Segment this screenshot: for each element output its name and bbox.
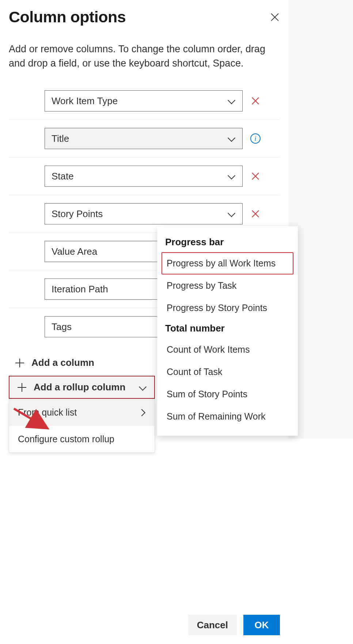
quick-list-item-count-work-items[interactable]: Count of Work Items xyxy=(162,338,293,361)
rollup-submenu-from-quick-list[interactable]: From quick list xyxy=(9,399,155,426)
column-row: State xyxy=(9,158,280,195)
info-icon[interactable]: i xyxy=(250,133,261,144)
chevron-down-icon xyxy=(227,134,236,143)
column-dropdown-title[interactable]: Title xyxy=(45,128,243,149)
chevron-down-icon xyxy=(227,172,236,181)
column-row: Title i xyxy=(9,120,280,158)
panel-title: Column options xyxy=(9,8,126,26)
dropdown-label: Title xyxy=(52,133,227,144)
remove-column-icon[interactable] xyxy=(251,209,260,219)
add-column-label: Add a column xyxy=(31,357,94,368)
cancel-button[interactable]: Cancel xyxy=(188,615,237,635)
column-row: Work Item Type xyxy=(9,82,280,120)
quick-list-item-progress-task[interactable]: Progress by Task xyxy=(162,274,293,297)
rollup-submenu-configure-custom[interactable]: Configure custom rollup xyxy=(9,426,155,452)
plus-icon xyxy=(15,358,25,368)
column-dropdown-story-points[interactable]: Story Points xyxy=(45,203,243,224)
remove-column-icon[interactable] xyxy=(251,96,260,106)
chevron-down-icon xyxy=(138,383,147,392)
quick-list-item-count-task[interactable]: Count of Task xyxy=(162,361,293,383)
add-rollup-label: Add a rollup column xyxy=(34,382,125,393)
quick-list-item-progress-all-work-items[interactable]: Progress by all Work Items xyxy=(162,252,293,274)
panel-footer: Cancel OK xyxy=(9,607,280,635)
panel-header: Column options xyxy=(9,8,280,26)
dropdown-label: Work Item Type xyxy=(52,95,227,107)
quick-list-flyout: Progress bar Progress by all Work Items … xyxy=(157,226,298,436)
rollup-submenu: From quick list Configure custom rollup xyxy=(9,399,155,453)
remove-column-icon[interactable] xyxy=(251,171,260,181)
panel-description: Add or remove columns. To change the col… xyxy=(9,42,280,71)
flyout-group-header: Total number xyxy=(162,319,293,338)
submenu-label: Configure custom rollup xyxy=(18,434,114,444)
plus-icon xyxy=(17,382,27,393)
quick-list-item-sum-remaining-work[interactable]: Sum of Remaining Work xyxy=(162,405,293,428)
column-dropdown-state[interactable]: State xyxy=(45,166,243,187)
submenu-label: From quick list xyxy=(18,407,77,418)
dropdown-label: Story Points xyxy=(52,208,227,220)
quick-list-item-progress-story-points[interactable]: Progress by Story Points xyxy=(162,297,293,319)
flyout-group-header: Progress bar xyxy=(162,233,293,252)
add-rollup-column-button[interactable]: Add a rollup column xyxy=(9,376,155,399)
ok-button[interactable]: OK xyxy=(243,615,280,635)
column-dropdown-work-item-type[interactable]: Work Item Type xyxy=(45,90,243,111)
chevron-down-icon xyxy=(227,96,236,105)
chevron-right-icon xyxy=(139,409,146,416)
quick-list-item-sum-story-points[interactable]: Sum of Story Points xyxy=(162,383,293,405)
close-icon[interactable] xyxy=(270,12,280,22)
dropdown-label: State xyxy=(52,171,227,182)
page-background-white xyxy=(289,439,353,644)
chevron-down-icon xyxy=(227,209,236,218)
